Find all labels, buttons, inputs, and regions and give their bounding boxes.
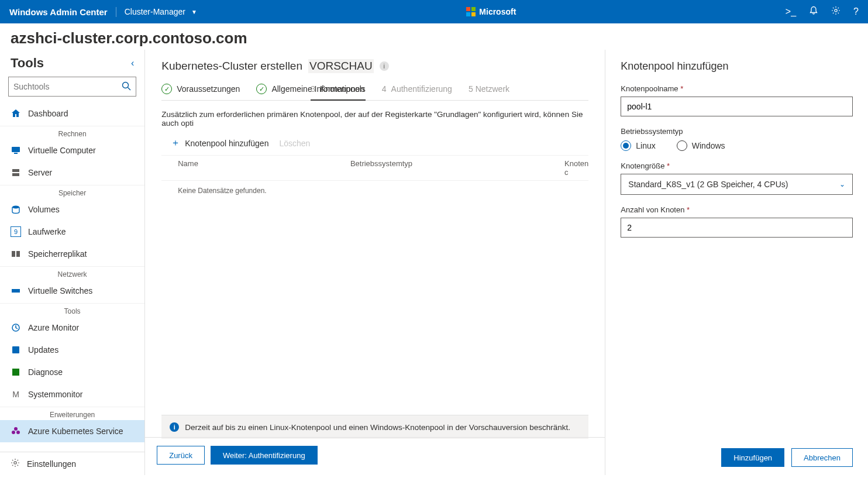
sidebar-item-label: Speicherreplikat bbox=[28, 249, 87, 259]
sidebar-item-drives[interactable]: 9 Laufwerke bbox=[0, 221, 144, 243]
main-content: Kubernetes-Cluster erstellen VORSCHAU i … bbox=[145, 50, 605, 475]
radio-label: Linux bbox=[636, 141, 655, 150]
field-os: Betriebssystemtyp Linux Windows bbox=[621, 127, 853, 151]
group-storage: Speicher bbox=[0, 185, 144, 198]
sidebar-item-volumes[interactable]: Volumes bbox=[0, 198, 144, 221]
brand: Windows Admin Center bbox=[9, 7, 116, 17]
info-banner-text: Derzeit auf bis zu einen Linux-Knotenpoo… bbox=[185, 423, 570, 432]
aks-icon bbox=[11, 426, 21, 436]
svg-rect-2 bbox=[466, 12, 470, 16]
svg-rect-0 bbox=[466, 7, 470, 11]
svg-point-5 bbox=[123, 82, 129, 88]
size-select[interactable]: Standard_K8S_v1 (2 GB Speicher, 4 CPUs) … bbox=[621, 174, 853, 195]
svg-rect-8 bbox=[14, 153, 18, 154]
cluster-header: azshci-cluster.corp.contoso.com bbox=[0, 23, 868, 50]
gear-icon bbox=[11, 458, 20, 469]
panel-cancel-button[interactable]: Abbrechen bbox=[791, 448, 853, 467]
sidebar-item-label: Volumes bbox=[28, 205, 60, 214]
sidebar-item-settings[interactable]: Einstellungen bbox=[0, 452, 144, 475]
os-label: Betriebssystemtyp bbox=[621, 127, 853, 136]
step-prerequisites[interactable]: ✓ Voraussetzungen bbox=[161, 84, 240, 100]
help-icon[interactable]: ? bbox=[853, 6, 859, 17]
add-nodepool-button[interactable]: ＋ Knotenpool hinzufügen bbox=[171, 137, 268, 149]
step-label: Voraussetzungen bbox=[177, 84, 240, 94]
step-description: Zusätzlich zum erforderlichen primären K… bbox=[161, 101, 588, 135]
search-input[interactable] bbox=[13, 82, 122, 91]
radio-windows[interactable]: Windows bbox=[677, 140, 725, 151]
radio-linux[interactable]: Linux bbox=[621, 140, 655, 151]
page-title-text: Kubernetes-Cluster erstellen bbox=[161, 60, 302, 73]
group-network: Netzwerk bbox=[0, 266, 144, 280]
preview-badge: VORSCHAU bbox=[308, 59, 374, 73]
size-value: Standard_K8S_v1 (2 GB Speicher, 4 CPUs) bbox=[628, 180, 788, 189]
context-switcher[interactable]: Cluster-Manager ▼ bbox=[125, 7, 197, 16]
sidebar-item-vswitches[interactable]: Virtuelle Switches bbox=[0, 280, 144, 302]
sidebar-item-diagnose[interactable]: Diagnose bbox=[0, 361, 144, 383]
search-tools[interactable] bbox=[8, 77, 136, 97]
monitor-icon bbox=[11, 145, 21, 156]
svg-rect-14 bbox=[12, 289, 20, 293]
svg-point-20 bbox=[14, 427, 18, 431]
cluster-name: azshci-cluster.corp.contoso.com bbox=[11, 29, 856, 47]
top-right-icons: >_ ? bbox=[786, 6, 859, 18]
switch-icon bbox=[11, 286, 21, 296]
panel-title: Knotenpool hinzufügen bbox=[621, 60, 853, 73]
sidebar-item-updates[interactable]: Updates bbox=[0, 339, 144, 361]
group-tools: Tools bbox=[0, 303, 144, 317]
azure-monitor-icon bbox=[11, 322, 21, 333]
info-icon[interactable]: i bbox=[380, 61, 389, 71]
nav: Dashboard Rechnen Virtuelle Computer Ser… bbox=[0, 102, 144, 452]
wizard-footer: Zurück Weiter: Authentifizierung bbox=[145, 437, 605, 475]
cloud-shell-icon[interactable]: >_ bbox=[786, 6, 796, 17]
sidebar-item-replica[interactable]: Speicherreplikat bbox=[0, 243, 144, 265]
radio-label: Windows bbox=[692, 141, 725, 150]
svg-point-11 bbox=[12, 206, 19, 209]
table-header: Name Betriebssystemtyp Knoten c bbox=[161, 155, 588, 181]
field-poolname: Knotenpoolname * bbox=[621, 84, 853, 116]
sysmon-icon: M bbox=[11, 389, 21, 400]
table-empty: Keine Datensätze gefunden. bbox=[161, 181, 588, 195]
step-number: 3 bbox=[311, 84, 315, 94]
next-button[interactable]: Weiter: Authentifizierung bbox=[211, 446, 318, 465]
step-network[interactable]: 5 Netzwerk bbox=[469, 84, 509, 99]
settings-gear-icon[interactable] bbox=[831, 6, 841, 18]
delete-nodepool-button[interactable]: Löschen bbox=[279, 139, 310, 148]
group-compute: Rechnen bbox=[0, 126, 144, 139]
step-number: 5 bbox=[469, 84, 473, 94]
home-icon bbox=[11, 108, 21, 119]
sidebar-item-vms[interactable]: Virtuelle Computer bbox=[0, 139, 144, 161]
poolname-input[interactable] bbox=[621, 97, 853, 116]
wizard-steps: ✓ Voraussetzungen ✓ Allgemeine Informati… bbox=[161, 84, 588, 101]
field-size: Knotengröße * Standard_K8S_v1 (2 GB Spei… bbox=[621, 161, 853, 195]
info-icon: i bbox=[170, 422, 179, 432]
step-nodepools[interactable]: 3 Knotenpools bbox=[311, 84, 366, 101]
sidebar: Tools ‹ Dashboard Rechnen Virtuelle Comp… bbox=[0, 50, 145, 475]
sidebar-item-server[interactable]: Server bbox=[0, 161, 144, 184]
page-title: Kubernetes-Cluster erstellen VORSCHAU i bbox=[161, 56, 588, 84]
back-button[interactable]: Zurück bbox=[157, 446, 205, 465]
sidebar-item-label: Laufwerke bbox=[28, 227, 66, 236]
sidebar-item-label: Dashboard bbox=[28, 109, 68, 118]
pool-toolbar: ＋ Knotenpool hinzufügen Löschen bbox=[161, 135, 588, 155]
collapse-sidebar-icon[interactable]: ‹ bbox=[131, 58, 134, 68]
panel-add-button[interactable]: Hinzufügen bbox=[721, 448, 784, 467]
diagnose-icon bbox=[11, 367, 21, 377]
count-input[interactable] bbox=[621, 218, 853, 238]
server-icon bbox=[11, 167, 21, 178]
step-label: Authentifizierung bbox=[391, 84, 452, 94]
replica-icon bbox=[11, 249, 21, 259]
drives-icon: 9 bbox=[11, 226, 21, 237]
sidebar-item-aks[interactable]: Azure Kubernetes Service bbox=[0, 420, 144, 442]
sidebar-item-azmon[interactable]: Azure Monitor bbox=[0, 317, 144, 339]
step-auth[interactable]: 4 Authentifizierung bbox=[382, 84, 452, 99]
notifications-icon[interactable] bbox=[809, 6, 818, 18]
svg-rect-7 bbox=[12, 147, 20, 152]
sidebar-item-label: Virtuelle Computer bbox=[28, 146, 96, 155]
updates-icon bbox=[11, 345, 21, 355]
sidebar-item-sysmon[interactable]: M Systemmonitor bbox=[0, 383, 144, 405]
col-name: Name bbox=[178, 159, 198, 177]
size-label: Knotengröße * bbox=[621, 161, 853, 170]
svg-point-18 bbox=[12, 431, 15, 434]
sidebar-item-dashboard[interactable]: Dashboard bbox=[0, 102, 144, 125]
svg-rect-16 bbox=[12, 346, 19, 353]
